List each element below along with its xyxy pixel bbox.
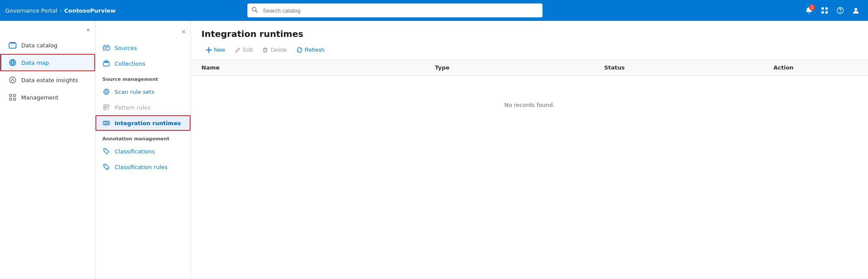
search-bar-container (247, 3, 542, 17)
refresh-icon (296, 47, 302, 53)
second-sidebar: « Sources Collections (95, 21, 191, 279)
brand-chevron: › (60, 8, 62, 13)
data-map-label: Data map (21, 60, 49, 66)
svg-rect-2 (822, 7, 824, 10)
empty-state-message: No records found. (191, 76, 868, 135)
apps-button[interactable] (818, 3, 832, 17)
toolbar: New Edit Delete (201, 44, 858, 60)
main-layout: « Data catalog Data map (0, 21, 868, 279)
table-col-type: Type (428, 60, 597, 76)
svg-rect-9 (9, 43, 16, 48)
content-area: Integration runtimes New Edit (191, 21, 868, 279)
content-header: Integration runtimes New Edit (191, 21, 868, 60)
user-button[interactable] (849, 3, 863, 17)
pattern-rules-icon (102, 103, 110, 111)
second-sidebar-item-collections[interactable]: Collections (95, 56, 191, 71)
svg-point-23 (105, 91, 108, 93)
scan-rule-sets-icon (102, 88, 110, 96)
management-icon (8, 93, 17, 102)
refresh-button-label: Refresh (305, 46, 325, 53)
sources-icon (102, 44, 110, 52)
top-bar-actions: 1 (802, 3, 863, 17)
new-button-label: New (214, 46, 225, 53)
table-col-name: Name (191, 60, 428, 76)
left-nav-collapse-area: « (0, 21, 95, 37)
svg-rect-13 (10, 94, 12, 96)
svg-line-1 (256, 11, 257, 13)
data-catalog-label: Data catalog (21, 42, 57, 49)
svg-point-8 (855, 8, 857, 10)
svg-rect-4 (822, 11, 824, 13)
table-header: Name Type Status Action (191, 60, 868, 76)
collections-label: Collections (115, 60, 145, 67)
content-body: Name Type Status Action No records found… (191, 60, 868, 279)
edit-button[interactable]: Edit (230, 44, 257, 55)
new-button[interactable]: New (201, 44, 230, 55)
delete-button-label: Delete (270, 46, 287, 53)
svg-rect-43 (263, 49, 267, 52)
classification-rules-icon (102, 163, 110, 171)
refresh-button[interactable]: Refresh (292, 44, 329, 55)
svg-point-38 (105, 166, 106, 166)
empty-state-row: No records found. (191, 76, 868, 135)
plus-icon (206, 47, 212, 53)
table-body: No records found. (191, 76, 868, 135)
data-map-icon (8, 58, 17, 67)
svg-rect-28 (104, 105, 106, 107)
edit-button-label: Edit (243, 46, 253, 53)
second-sidebar-item-scan-rule-sets[interactable]: Scan rule sets (95, 84, 191, 100)
sources-label: Sources (115, 45, 137, 51)
svg-rect-10 (10, 42, 15, 43)
svg-rect-16 (13, 98, 16, 100)
sidebar-item-data-catalog[interactable]: Data catalog (0, 37, 95, 54)
classification-rules-label: Classification rules (115, 164, 168, 170)
governance-portal-label[interactable]: Governance Portal (5, 7, 57, 14)
svg-rect-18 (104, 45, 108, 46)
source-management-section-label: Source management (95, 71, 191, 84)
page-title: Integration runtimes (201, 29, 858, 39)
svg-rect-14 (13, 94, 16, 96)
second-sidebar-item-pattern-rules[interactable]: Pattern rules (95, 100, 191, 115)
table-col-action: Action (766, 60, 868, 76)
table-col-status: Status (597, 60, 766, 76)
delete-button[interactable]: Delete (258, 44, 291, 55)
pattern-rules-label: Pattern rules (115, 104, 151, 111)
search-input[interactable] (247, 3, 542, 17)
collapse-second-sidebar-button[interactable]: « (180, 26, 187, 37)
brand-area: Governance Portal › ContosoPurview (5, 7, 115, 14)
notification-button[interactable]: 1 (802, 3, 816, 17)
delete-icon (262, 47, 268, 53)
svg-rect-30 (104, 108, 106, 110)
sidebar-item-management[interactable]: Management (0, 89, 95, 106)
data-catalog-icon (8, 41, 17, 50)
sidebar-item-data-map[interactable]: Data map (0, 54, 95, 71)
notification-badge: 1 (809, 4, 815, 10)
help-button[interactable] (833, 3, 847, 17)
second-sidebar-item-sources[interactable]: Sources (95, 40, 191, 56)
collections-icon (102, 60, 110, 67)
second-sidebar-item-classifications[interactable]: Classifications (95, 143, 191, 159)
top-bar: Governance Portal › ContosoPurview 1 (0, 0, 868, 21)
svg-point-7 (840, 12, 841, 13)
svg-point-31 (107, 108, 108, 110)
integration-runtimes-icon (102, 119, 110, 127)
left-nav: « Data catalog Data map (0, 21, 95, 279)
classifications-label: Classifications (115, 148, 155, 155)
collapse-left-nav-button[interactable]: « (85, 24, 92, 35)
sidebar-item-data-estate-insights[interactable]: Data estate insights (0, 71, 95, 89)
data-estate-insights-label: Data estate insights (21, 77, 78, 83)
svg-point-12 (10, 77, 16, 83)
classifications-icon (102, 147, 110, 155)
edit-icon (235, 47, 241, 53)
svg-rect-15 (10, 98, 12, 100)
svg-rect-5 (825, 11, 828, 13)
data-table: Name Type Status Action No records found… (191, 60, 868, 134)
integration-runtimes-label: Integration runtimes (115, 120, 181, 126)
annotation-management-section-label: Annotation management (95, 131, 191, 143)
scan-rule-sets-label: Scan rule sets (115, 89, 155, 95)
second-sidebar-item-classification-rules[interactable]: Classification rules (95, 159, 191, 175)
svg-point-37 (105, 150, 106, 151)
search-icon (252, 7, 258, 14)
second-sidebar-item-integration-runtimes[interactable]: Integration runtimes (95, 115, 191, 131)
second-sidebar-collapse-area: « (95, 24, 191, 40)
